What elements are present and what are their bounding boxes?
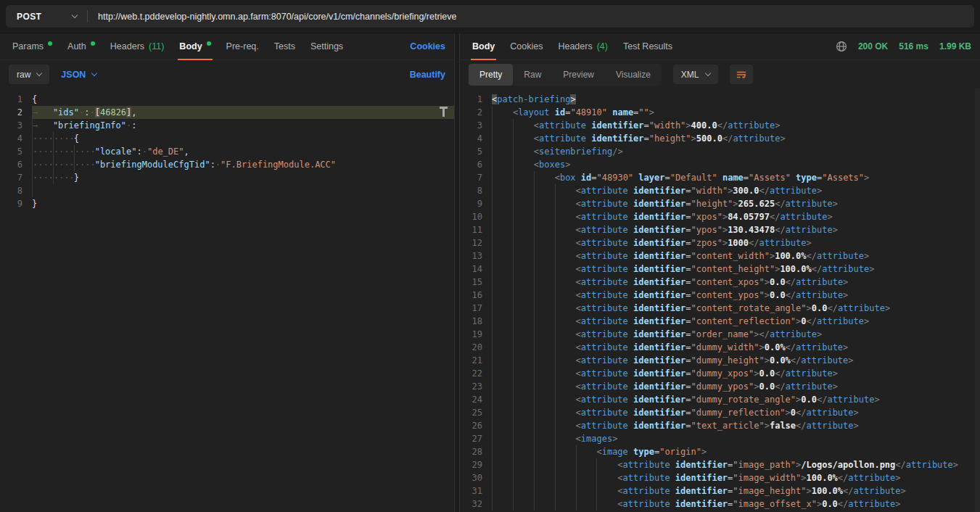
code-line: 10<attribute identifier="xpos">84.05797<… bbox=[460, 210, 980, 223]
code-line: 23<attribute identifier="dummy_ypos">0.0… bbox=[460, 380, 980, 393]
code-line: 1<patch-briefing> bbox=[460, 93, 980, 106]
view-pretty[interactable]: Pretty bbox=[469, 64, 513, 86]
cookies-link[interactable]: Cookies bbox=[410, 41, 445, 51]
language-select[interactable]: JSON bbox=[61, 70, 96, 80]
body-type-select[interactable]: raw bbox=[9, 65, 49, 84]
pane-resizer[interactable] bbox=[454, 33, 460, 512]
tab-headers[interactable]: Headers(11) bbox=[107, 33, 168, 59]
code-line: 2<layout id="48910" name=""> bbox=[460, 106, 980, 119]
code-line: 8 bbox=[0, 184, 454, 197]
tab-settings[interactable]: Settings bbox=[307, 33, 347, 59]
size-badge[interactable]: 1.99 KB bbox=[939, 41, 971, 51]
globe-icon bbox=[836, 41, 847, 52]
method-selector[interactable]: POST bbox=[6, 12, 87, 22]
code-line: 12<attribute identifier="zpos">1000</att… bbox=[460, 236, 980, 249]
chevron-down-icon bbox=[36, 70, 42, 76]
code-line: 5<seitenbriefing/> bbox=[460, 145, 980, 158]
divider-line bbox=[87, 10, 88, 22]
code-line: 7<box id="48930" layer="Default" name="A… bbox=[460, 171, 980, 184]
request-pane: ParamsAuthHeaders(11)BodyPre-req.TestsSe… bbox=[0, 33, 454, 512]
url-input[interactable]: http://web.t.pddevelop-nightly.omn.ap.fa… bbox=[98, 12, 456, 22]
language-label: JSON bbox=[61, 70, 86, 80]
code-line: 18<attribute identifier="content_reflect… bbox=[460, 315, 980, 328]
request-url-bar: POST http://web.t.pddevelop-nightly.omn.… bbox=[6, 5, 974, 28]
request-bar: POST http://web.t.pddevelop-nightly.omn.… bbox=[0, 0, 980, 33]
response-tabs-row: BodyCookiesHeaders(4)Test Results 200 OK… bbox=[460, 33, 980, 60]
tab-auth[interactable]: Auth bbox=[64, 33, 99, 59]
status-badge[interactable]: 200 OK bbox=[858, 41, 888, 51]
code-line: 5············"locale":·"de_DE", bbox=[0, 145, 454, 158]
code-line: 24<attribute identifier="dummy_rotate_an… bbox=[460, 393, 980, 406]
code-line: 4········{ bbox=[0, 132, 454, 145]
modified-dot-icon bbox=[91, 41, 95, 46]
tab-body[interactable]: Body bbox=[469, 33, 498, 59]
chevron-down-icon bbox=[91, 70, 97, 76]
code-line: 6············"briefingModuleCfgTid":·"F.… bbox=[0, 158, 454, 171]
chevron-down-icon bbox=[704, 70, 710, 76]
code-line: 13<attribute identifier="content_width">… bbox=[460, 249, 980, 263]
format-select[interactable]: XML bbox=[673, 65, 718, 84]
code-line: 7········} bbox=[0, 171, 454, 184]
code-line: 16<attribute identifier="content_ypos">0… bbox=[460, 289, 980, 302]
beautify-link[interactable]: Beautify bbox=[410, 70, 445, 80]
request-body-editor[interactable]: 1{2→"ids"·:·[46826],3→"briefingInfo"·:4·… bbox=[0, 88, 454, 512]
modified-dot-icon bbox=[48, 41, 52, 46]
wrap-text-icon bbox=[736, 69, 747, 80]
request-tabs: ParamsAuthHeaders(11)BodyPre-req.TestsSe… bbox=[9, 33, 355, 59]
code-line: 4<attribute identifier="height">500.0</a… bbox=[460, 132, 980, 145]
request-body-toolbar: raw JSON Beautify bbox=[0, 60, 454, 88]
code-line: 22<attribute identifier="dummy_xpos">0.0… bbox=[460, 367, 980, 380]
code-line: 30<attribute identifier="image_width">10… bbox=[460, 471, 980, 484]
code-line: 6<boxes> bbox=[460, 158, 980, 171]
response-code: 1<patch-briefing>2<layout id="48910" nam… bbox=[460, 93, 980, 511]
code-line: 28<image type="origin"> bbox=[460, 445, 980, 458]
view-raw[interactable]: Raw bbox=[513, 64, 552, 86]
tab-pre-req[interactable]: Pre-req. bbox=[223, 33, 263, 59]
code-line: 26<attribute identifier="text_article">f… bbox=[460, 419, 980, 432]
code-line: 11<attribute identifier="ypos">130.43478… bbox=[460, 223, 980, 236]
code-line: 19<attribute identifier="order_name"></a… bbox=[460, 328, 980, 341]
code-line: 14<attribute identifier="content_height"… bbox=[460, 263, 980, 276]
cursor-marker bbox=[440, 107, 448, 117]
code-line: 15<attribute identifier="content_xpos">0… bbox=[460, 276, 980, 289]
method-label: POST bbox=[17, 12, 41, 22]
chevron-down-icon bbox=[72, 12, 78, 18]
code-line: 21<attribute identifier="dummy_height">0… bbox=[460, 354, 980, 367]
tab-tests[interactable]: Tests bbox=[271, 33, 299, 59]
view-visualize[interactable]: Visualize bbox=[605, 64, 662, 86]
code-line: 32<attribute identifier="image_offset_x"… bbox=[460, 497, 980, 511]
tab-test-results[interactable]: Test Results bbox=[619, 33, 676, 59]
view-switcher: PrettyRawPreviewVisualize bbox=[469, 64, 662, 86]
code-line: 8<attribute identifier="width">300.0</at… bbox=[460, 184, 980, 197]
scrollbar-track[interactable] bbox=[975, 88, 980, 512]
code-line: 27<images> bbox=[460, 432, 980, 445]
code-line: 25<attribute identifier="dummy_reflectio… bbox=[460, 406, 980, 419]
code-line: 29<attribute identifier="image_path">/Lo… bbox=[460, 458, 980, 471]
request-code: 1{2→"ids"·:·[46826],3→"briefingInfo"·:4·… bbox=[0, 93, 454, 210]
time-badge[interactable]: 516 ms bbox=[899, 41, 928, 51]
response-body-toolbar: PrettyRawPreviewVisualize XML bbox=[460, 60, 980, 88]
response-body-editor[interactable]: 1<patch-briefing>2<layout id="48910" nam… bbox=[460, 88, 980, 512]
code-line: 1{ bbox=[0, 93, 454, 106]
wrap-text-button[interactable] bbox=[730, 65, 753, 84]
view-preview[interactable]: Preview bbox=[552, 64, 605, 86]
request-tabs-row: ParamsAuthHeaders(11)BodyPre-req.TestsSe… bbox=[0, 33, 454, 60]
tab-cookies[interactable]: Cookies bbox=[506, 33, 546, 59]
code-line: 20<attribute identifier="dummy_width">0.… bbox=[460, 341, 980, 354]
code-line: 31<attribute identifier="image_height">1… bbox=[460, 484, 980, 497]
code-line: 3<attribute identifier="width">400.0</at… bbox=[460, 119, 980, 132]
response-pane: BodyCookiesHeaders(4)Test Results 200 OK… bbox=[460, 33, 980, 512]
tab-count: (4) bbox=[597, 41, 608, 51]
body-type-label: raw bbox=[17, 70, 30, 80]
format-label: XML bbox=[681, 70, 699, 80]
code-line: 9<attribute identifier="height">265.625<… bbox=[460, 197, 980, 210]
tab-params[interactable]: Params bbox=[9, 33, 56, 59]
modified-dot-icon bbox=[207, 41, 211, 46]
response-meta: 200 OK 516 ms 1.99 KB bbox=[836, 41, 971, 52]
code-line: 2→"ids"·:·[46826], bbox=[0, 106, 454, 119]
tab-body[interactable]: Body bbox=[176, 33, 214, 59]
code-line: 17<attribute identifier="content_rotate_… bbox=[460, 302, 980, 315]
tab-count: (11) bbox=[149, 41, 164, 51]
tab-headers[interactable]: Headers(4) bbox=[554, 33, 612, 59]
response-tabs: BodyCookiesHeaders(4)Test Results bbox=[469, 33, 684, 59]
